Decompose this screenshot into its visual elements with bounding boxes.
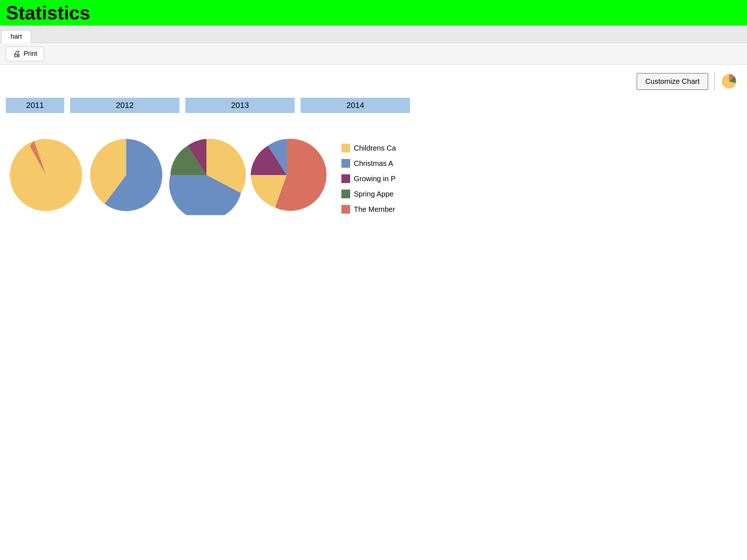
customize-row: Customize Chart (6, 72, 741, 90)
legend-color-spring (341, 190, 350, 198)
page-title: Statistics (6, 2, 90, 24)
legend-item-growing: Growing in P (341, 174, 396, 183)
print-button[interactable]: 🖨 Print (6, 47, 44, 61)
year-label-2013: 2013 (185, 98, 295, 113)
year-label-2012: 2012 (70, 98, 179, 113)
toolbar: 🖨 Print (0, 43, 747, 65)
pie-chart-2014 (247, 135, 327, 215)
pie-chart-2011 (6, 135, 86, 215)
year-label-2011: 2011 (6, 98, 64, 113)
chart-type-icon[interactable] (721, 73, 738, 90)
pie-chart-2013 (166, 135, 247, 215)
tab-bar: hart (0, 26, 747, 43)
print-icon: 🖨 (13, 49, 21, 59)
toolbar-divider (714, 72, 715, 90)
legend-color-growing (341, 174, 350, 183)
pie-chart-2012 (86, 135, 166, 215)
legend-item-childrens: Childrens Ca (341, 144, 396, 152)
legend-color-childrens (341, 144, 350, 152)
chart-legend: Childrens Ca Christmas A Growing in P Sp… (341, 144, 396, 214)
legend-item-spring: Spring Appe (341, 190, 396, 198)
legend-color-member (341, 205, 350, 214)
app-header: Statistics (0, 0, 747, 26)
year-row: 2011 2012 2013 2014 (6, 98, 741, 113)
customize-chart-button[interactable]: Customize Chart (636, 73, 708, 90)
tab-chart[interactable]: hart (1, 30, 31, 43)
charts-section: Childrens Ca Christmas A Growing in P Sp… (6, 135, 741, 215)
legend-item-member: The Member (341, 205, 396, 214)
main-area: Customize Chart 2011 2012 2013 2014 (0, 65, 747, 560)
year-label-2014: 2014 (301, 98, 410, 113)
legend-item-christmas: Christmas A (341, 159, 396, 168)
legend-color-christmas (341, 159, 350, 168)
